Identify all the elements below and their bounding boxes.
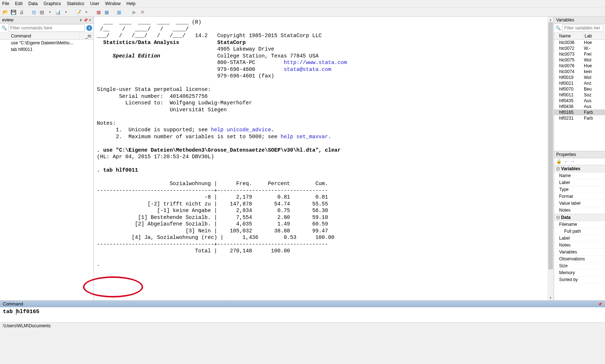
property-row[interactable]: Type <box>554 186 605 193</box>
dropdown2-icon[interactable]: ▾ <box>63 9 69 15</box>
close-icon[interactable]: ✕ <box>88 18 91 22</box>
table-row: [1] Bestehende Sozialb. | 7,554 2.80 59.… <box>97 215 328 220</box>
viewer-icon[interactable]: ▤ <box>39 9 45 15</box>
property-row[interactable]: Name <box>554 172 605 179</box>
menu-graphics[interactable]: Graphics <box>43 1 61 6</box>
menu-help[interactable]: Help <box>126 1 135 6</box>
property-row[interactable]: Observations <box>554 256 605 263</box>
var-label: Beu <box>583 87 605 92</box>
variables-filter-input[interactable] <box>562 24 604 32</box>
variable-row[interactable]: hlc0036Hoe <box>554 40 605 45</box>
props-section-data[interactable]: Data <box>554 214 605 221</box>
open-icon[interactable]: 📂 <box>2 9 9 15</box>
property-row[interactable]: Sorted by <box>554 276 605 283</box>
email-link[interactable]: stata@stata.com <box>284 67 331 72</box>
help-link[interactable]: help set_maxvar <box>281 134 328 140</box>
variable-row[interactable]: hlc0075Wol <box>554 57 605 63</box>
results-output[interactable]: ___ ____ ____ ____ ____ (R) /__ / ____/ … <box>94 17 554 300</box>
next-icon[interactable]: → <box>570 159 575 164</box>
output-text: Notes: <box>97 120 116 126</box>
review-item[interactable]: use "C:\Eigene Dateien\Metho... <box>0 40 94 46</box>
dropdown1-icon[interactable]: ▾ <box>47 9 53 15</box>
variable-row[interactable]: hlf0435Aus <box>554 98 605 104</box>
scroll-down-icon[interactable]: ▾ <box>547 295 554 300</box>
menu-statistics[interactable]: Statistics <box>67 1 84 6</box>
property-row[interactable]: Variables <box>554 249 605 256</box>
property-row[interactable]: Memory <box>554 269 605 276</box>
menu-window[interactable]: Window <box>105 1 121 6</box>
variables-manager-icon[interactable]: ▦ <box>116 9 122 15</box>
continue-icon[interactable]: ▶ <box>131 9 138 15</box>
data-editor-icon[interactable]: ▦ <box>95 9 102 15</box>
var-name: hlc0074 <box>554 69 583 74</box>
variable-row[interactable]: hlc0076Hoe <box>554 63 605 69</box>
review-filter-input[interactable] <box>8 24 85 32</box>
output-text: 979-696-4600 <box>97 67 284 72</box>
results-scrollbar[interactable]: ▴ ▾ <box>547 17 554 300</box>
variable-row[interactable]: hlc0074kein <box>554 69 605 75</box>
variable-row[interactable]: hlf0070Beu <box>554 86 605 92</box>
variable-row[interactable]: hlf0011Soz <box>554 92 605 98</box>
lock-icon[interactable]: 🔒 <box>556 159 562 164</box>
command-input[interactable]: tab hlf0165 <box>0 307 605 322</box>
property-row[interactable]: Notes <box>554 242 605 249</box>
help-link[interactable]: help unicode_advice <box>211 127 271 133</box>
variable-row[interactable]: hlc0072W.- <box>554 45 605 51</box>
pin-icon[interactable]: 📌 <box>598 302 602 306</box>
funnel-icon[interactable]: ▼ <box>79 18 83 22</box>
table-row: [3] Nein | 105,032 38.88 99.47 <box>97 228 328 234</box>
menu-data[interactable]: Data <box>28 1 37 6</box>
variable-row[interactable]: hlf0165Farb <box>554 109 605 115</box>
variable-row[interactable]: hlf0021Anz <box>554 80 605 86</box>
url-link[interactable]: http://www.stata.com <box>284 60 347 65</box>
info-icon[interactable]: i <box>86 25 92 31</box>
output-text: 800-STATA-PC <box>97 60 284 65</box>
review-table-header: Command _rc <box>0 33 94 40</box>
var-label: Farb <box>583 110 605 115</box>
menu-user[interactable]: User <box>90 1 99 6</box>
review-col-rc[interactable]: _rc <box>79 33 94 39</box>
property-row[interactable]: Notes <box>554 207 605 214</box>
menu-edit[interactable]: Edit <box>15 1 23 6</box>
menu-file[interactable]: File <box>2 1 9 6</box>
data-browser-icon[interactable]: ▦ <box>103 9 110 15</box>
dropdown3-icon[interactable]: ▾ <box>83 9 90 15</box>
var-col-label[interactable]: Lab <box>583 33 605 39</box>
property-row[interactable]: Value label <box>554 200 605 207</box>
props-section-variables[interactable]: Variables <box>554 165 605 172</box>
variable-row[interactable]: hlf0019Wol <box>554 75 605 80</box>
log-icon[interactable]: ▤ <box>31 9 37 15</box>
var-col-name[interactable]: Name <box>554 33 583 39</box>
save-icon[interactable]: 💾 <box>10 9 17 15</box>
property-row[interactable]: Format <box>554 193 605 200</box>
review-item[interactable]: tab hlf0011 <box>0 46 94 53</box>
review-panel-header: eview ▼ 📌 ✕ <box>0 17 94 24</box>
table-row: -8 | 2,179 0.81 0.81 <box>97 194 328 200</box>
var-label: Aus <box>583 98 605 103</box>
var-name: hlc0072 <box>554 46 583 51</box>
graph-icon[interactable]: 📊 <box>55 9 61 15</box>
do-editor-icon[interactable]: 📝 <box>75 9 82 15</box>
output-text: 979-696-4601 (fax) <box>97 73 274 79</box>
pin-icon[interactable]: 📌 <box>83 18 88 22</box>
break-icon[interactable]: ✖ <box>139 9 146 15</box>
scroll-up-icon[interactable]: ▴ <box>547 17 554 22</box>
review-panel: eview ▼ 📌 ✕ 🔍 i Command _rc use "C:\Eige… <box>0 17 94 300</box>
property-row[interactable]: Size <box>554 263 605 269</box>
property-row[interactable]: Full path <box>554 228 605 235</box>
var-label: Wol <box>583 75 605 80</box>
property-row[interactable]: Filename <box>554 221 605 228</box>
review-col-command[interactable]: Command <box>0 33 79 39</box>
review-title: eview <box>2 17 13 23</box>
scroll-thumb[interactable] <box>548 22 553 269</box>
variables-list[interactable]: hlc0036Hoehlc0072W.-hlc0073Freihlc0075Wo… <box>554 40 605 151</box>
variable-row[interactable]: hlc0073Frei <box>554 51 605 57</box>
print-icon[interactable]: 🖨 <box>18 9 25 15</box>
variable-row[interactable]: hlf0436Aus <box>554 104 605 109</box>
property-row[interactable]: Label <box>554 179 605 186</box>
property-row[interactable]: Label <box>554 235 605 242</box>
command-echo: . use "C:\Eigene Dateien\Methoden3\Gross… <box>97 147 341 153</box>
variable-row[interactable]: hlf0231Farb <box>554 115 605 121</box>
prev-icon[interactable]: ← <box>564 159 568 164</box>
search-icon: 🔍 <box>1 25 7 31</box>
